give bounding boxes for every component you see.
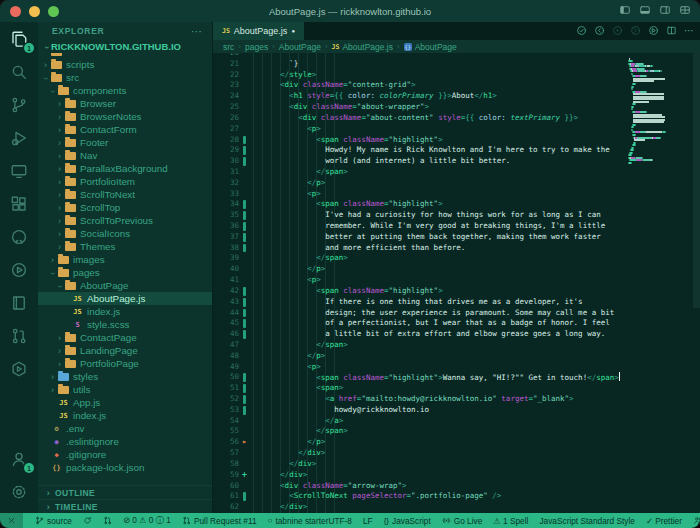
tree-folder-scrolltonext[interactable]: ›ScrollToNext [38,188,212,201]
tree-file--env[interactable]: ⚙.env [38,422,212,435]
line-number[interactable]: 38 [213,243,239,254]
breadcrumb-item-aboutpage-js[interactable]: JSAboutPage.js [332,42,393,52]
go-live-status[interactable]: Go Live [442,513,483,528]
line-number[interactable]: 30 [213,156,239,167]
tree-file-style-scss[interactable]: Sstyle.scss [38,318,212,331]
accounts-icon[interactable]: 1 [7,447,31,471]
line-number[interactable]: 36 [213,221,239,232]
tree-folder-socialicons[interactable]: ›SocialIcons [38,227,212,240]
tree-file-index-js[interactable]: JSindex.js [38,409,212,422]
close-window-button[interactable] [10,6,21,17]
line-number[interactable]: 23 [213,80,239,91]
tree-folder-styles[interactable]: ›styles [38,370,212,383]
feedback-status[interactable] [693,513,700,528]
minimize-window-button[interactable] [29,6,40,17]
line-number[interactable]: 37 [213,232,239,243]
customize-layout-icon[interactable] [679,2,691,20]
line-number[interactable]: 53 [213,405,239,416]
tree-folder-contactpage[interactable]: ›ContactPage [38,331,212,344]
tree-file-index-js[interactable]: JSindex.js [38,305,212,318]
line-number[interactable]: 59 [213,470,239,481]
breadcrumb-item-pages[interactable]: pages [245,42,268,52]
code-style-status[interactable]: JavaScript Standard Style [539,513,634,528]
line-number[interactable]: 62 [213,502,239,513]
breadcrumb-item-aboutpage[interactable]: {}AboutPage [404,42,457,52]
line-number[interactable]: 28 [213,135,239,146]
extensions-icon[interactable] [7,192,31,216]
breadcrumb-item-aboutpage[interactable]: AboutPage [279,42,321,52]
line-number[interactable]: 52 [213,394,239,405]
remote-explorer-icon[interactable] [7,159,31,183]
eol-status[interactable]: LF [363,513,373,528]
code-editor[interactable]: 2021 `}22 </style>23 <div className="con… [213,53,700,513]
tree-folder-images[interactable]: ›images [38,253,212,266]
run-debug-icon[interactable] [7,126,31,150]
line-number[interactable]: 35 [213,210,239,221]
search-icon[interactable] [7,60,31,84]
line-number[interactable]: 31 [213,167,239,178]
run-file-icon[interactable] [648,22,659,40]
github-icon[interactable] [7,225,31,249]
live-preview-icon[interactable] [7,258,31,282]
toggle-sidebar-icon[interactable] [619,2,631,20]
line-number[interactable]: 45 [213,318,239,329]
prettier-status[interactable]: ✓ Prettier [646,513,682,528]
pull-requests-icon[interactable] [7,324,31,348]
tree-folder-contactform[interactable]: ›ContactForm [38,123,212,136]
tab-aboutpage-js[interactable]: JS AboutPage.js ● [213,22,304,40]
toggle-secondary-sidebar-icon[interactable] [659,2,671,20]
line-number[interactable]: 55 [213,426,239,437]
line-number[interactable]: 46 [213,329,239,340]
tree-folder-aboutpage[interactable]: ›AboutPage [38,279,212,292]
line-number[interactable]: 21 [213,59,239,70]
line-number[interactable]: 25 [213,102,239,113]
line-number[interactable]: 27 [213,124,239,135]
tree-folder-footer[interactable]: ›Footer [38,136,212,149]
line-number[interactable]: 49 [213,362,239,373]
line-number[interactable]: 41 [213,275,239,286]
line-number[interactable]: 47 [213,340,239,351]
line-number[interactable]: 39 [213,253,239,264]
git-graph-status[interactable] [103,513,112,528]
pull-request-status[interactable]: Pull Request #11 [182,513,257,528]
tree-folder-nav[interactable]: ›Nav [38,149,212,162]
nav-dot-icon[interactable] [612,22,623,40]
toggle-panel-icon[interactable] [639,2,651,20]
line-number[interactable]: 43 [213,297,239,308]
tree-folder-themes[interactable]: ›Themes [38,240,212,253]
line-number[interactable]: 56 [213,437,239,448]
tree-folder-components[interactable]: ›components [38,84,212,97]
spell-checker-status[interactable]: ⚠ 1 Spell [493,513,528,528]
line-number[interactable]: 33 [213,189,239,200]
tree-folder-scripts[interactable]: ›scripts [38,58,212,71]
problems-status[interactable]: ⊘ 0 ⚠ 0 ⓘ 1 [123,513,171,528]
tree-folder-pages[interactable]: ›pages [38,266,212,279]
sync-status[interactable] [83,513,92,528]
tree-file-package-lock-json[interactable]: {}package-lock.json [38,461,212,474]
language-mode-status[interactable]: {}JavaScript [384,513,431,528]
line-number[interactable]: 51 [213,383,239,394]
split-editor-icon[interactable] [666,22,677,40]
timeline-section[interactable]: › TIMELINE [38,499,212,513]
tree-folder-parallaxbackground[interactable]: ›ParallaxBackground [38,162,212,175]
line-number[interactable]: 34 [213,199,239,210]
hex-extension-icon[interactable] [7,357,31,381]
outline-section[interactable]: › OUTLINE [38,485,212,499]
line-number[interactable]: 40 [213,264,239,275]
tree-file-app-js[interactable]: JSApp.js [38,396,212,409]
tree-folder-scrolltoprevious[interactable]: ›ScrollToPrevious [38,214,212,227]
tree-folder-landingpage[interactable]: ›LandingPage [38,344,212,357]
workspace-root-folder[interactable]: › RICKKNOWLTON.GITHUB.IO [38,40,212,53]
line-number[interactable]: 44 [213,308,239,319]
line-number[interactable]: 54 [213,416,239,427]
tree-folder-browser[interactable]: ›Browser [38,97,212,110]
encoding-status[interactable]: UTF-8 [328,513,352,528]
check-status-icon[interactable] [576,22,587,40]
tree-folder-src[interactable]: ›src [38,71,212,84]
tree-folder-utils[interactable]: ›utils [38,383,212,396]
line-number[interactable]: 57 [213,448,239,459]
tabnine-status[interactable]: ○tabnine starter [268,513,329,528]
line-number[interactable]: 22 [213,70,239,81]
tree-file--gitignore[interactable]: ◆.gitignore [38,448,212,461]
zoom-window-button[interactable] [48,6,59,17]
